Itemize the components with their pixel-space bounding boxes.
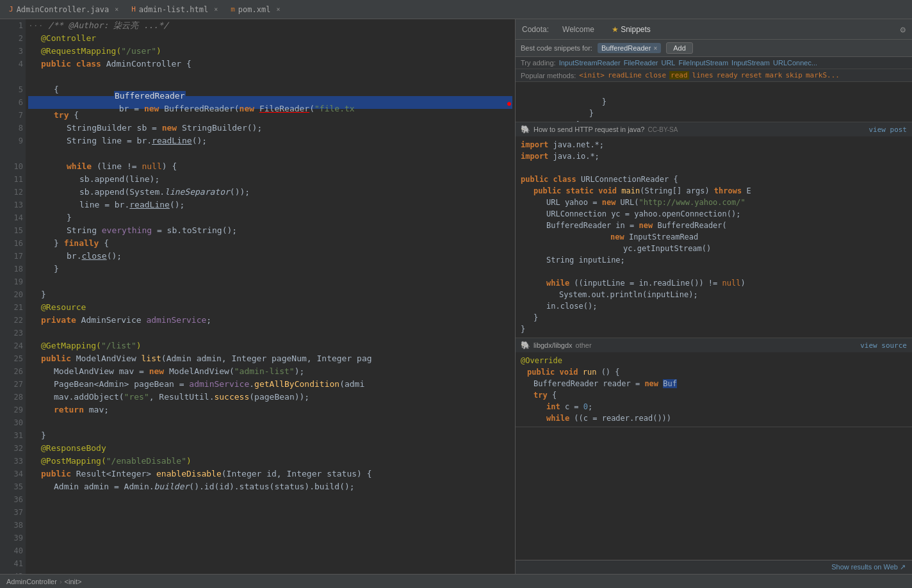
error-indicator: ● [507,97,511,110]
snippet-source-1: 🐘 How to send HTTP request in java? CC-B… [521,125,678,134]
line-num: 17 [3,250,23,263]
snippet-code-line: } [521,312,907,323]
try-adding-url[interactable]: URL [661,59,675,67]
tab-admin-controller[interactable]: J AdminController.java × [3,1,125,19]
show-results-link[interactable]: Show results on Web ↗ [831,563,906,571]
method-chip-init[interactable]: <init> [579,71,605,79]
snippet-code-line: public class URLConnectionReader { [521,174,907,185]
tab-bar: J AdminController.java × H admin-list.ht… [0,0,912,19]
code-line: PageBean<Admin> pageBean = adminService.… [28,378,512,391]
line-num: 36 [3,493,23,506]
settings-icon[interactable]: ⚙ [900,24,906,35]
code-line: ModelAndView mav = new ModelAndView("adm… [28,365,512,378]
search-label: Best code snippets for: [521,44,592,52]
snippet-code-line: System.out.println(inputLine); [521,289,907,300]
tab-close-icon[interactable]: × [276,6,280,13]
snippet-code-line: @Override [521,355,907,366]
method-chip-skip[interactable]: skip [785,71,802,79]
method-chip-reset[interactable]: reset [741,71,762,79]
method-chip-ready[interactable]: ready [717,71,738,79]
breadcrumb: AdminController › <init> [6,578,81,585]
snippet-code-line: BufferedReader reader = new Buf [521,378,907,389]
code-line: @GetMapping("/list") [28,339,512,352]
snippet-title-2: libgdx/libgdx [533,341,573,349]
xml-icon: m [231,5,235,13]
code-line: sb.append(line); [28,173,512,186]
code-lines[interactable]: ··· /** @Author: 柒云亮 ...*/ @Controller @… [26,19,515,574]
code-line: @Controller [28,32,512,45]
snippet-header-2: 🐘 libgdx/libgdx other view source [516,338,912,352]
search-bar: Best code snippets for: BufferedReader ×… [516,40,912,57]
line-num: 19 [3,275,23,288]
codota-welcome-tab[interactable]: Welcome [558,24,598,35]
search-tag-close[interactable]: × [653,45,657,52]
snippet-code-line: import java.io.*; [521,151,907,162]
method-chip-read[interactable]: read [669,71,689,79]
codota-panel: Codota: Welcome ★ Snippets ⚙ Best code s… [516,19,912,574]
snippet-code-line [521,266,907,277]
star-icon: ★ [612,25,619,34]
code-line: br.close(); [28,250,512,263]
try-adding-filereader[interactable]: FileReader [624,59,658,67]
codota-title: Codota: [522,25,549,34]
line-num: 8 [3,122,23,135]
method-chip-close[interactable]: close [645,71,666,79]
line-num: 27 [3,378,23,391]
add-button[interactable]: Add [666,42,693,54]
java-icon: J [9,5,13,13]
tab-close-icon[interactable]: × [115,6,118,13]
tab-label: admin-list.html [139,5,208,14]
code-line: } [28,288,512,301]
try-adding-urlconnec[interactable]: URLConnec... [773,59,817,67]
line-num: 24 [3,339,23,352]
line-num: 20 [3,288,23,301]
snippet-code-line: String inputLine; [521,254,907,266]
tab-admin-list[interactable]: H admin-list.html × [125,1,224,19]
line-num: 6 [3,96,23,109]
method-chip-mark[interactable]: mark [765,71,783,79]
method-chip-readline[interactable]: readLine [608,71,642,79]
snippet-link-1[interactable]: view post [868,126,907,134]
tab-pom-xml[interactable]: m pom.xml × [224,1,286,19]
line-num: 14 [3,211,23,224]
code-line: mav.addObject("res", ResultUtil.success(… [28,391,512,404]
line-num: 33 [3,455,23,468]
snippet-code-line: URL yahoo = new URL("http://www.yahoo.co… [521,197,907,208]
status-bar: AdminController › <init> [0,574,912,588]
method-chip-lines[interactable]: lines [692,71,713,79]
line-num: 16 [3,237,23,250]
codota-snippets-tab[interactable]: ★ Snippets [608,24,655,35]
snippet-code-line: public void run () { [521,366,907,378]
line-num: 15 [3,224,23,237]
line-num: 1 [3,19,23,32]
snippet-card-pre: } } } [516,82,912,122]
snippet-source-sub: other [576,341,592,349]
code-line: while (line != null) { [28,160,512,173]
line-num: 10 [3,160,23,173]
try-adding-inputstream[interactable]: InputStream [731,59,770,67]
code-line: String everything = sb.toString(); [28,224,512,237]
line-num: 23 [3,327,23,339]
snippet-code-line: in.close(); [521,300,907,312]
codota-header: Codota: Welcome ★ Snippets ⚙ [516,19,912,40]
snippet-code-line: while ((c = reader.read())) [521,412,907,424]
snippets-container[interactable]: } } } 🐘 How to send HTTP request in java… [516,82,912,560]
snippet-code-line: try { [521,389,907,401]
main-area: 1 2 3 4 5 6 7 8 9 10 11 12 13 14 15 16 1… [0,19,912,574]
try-adding-fileinputstream[interactable]: FileInputStream [678,59,728,67]
snippet-header-1: 🐘 How to send HTTP request in java? CC-B… [516,122,912,136]
snippet-title-1: How to send HTTP request in java? [533,126,644,133]
line-num [3,70,23,83]
breadcrumb-separator: › [60,578,62,585]
tab-close-icon[interactable]: × [214,6,218,13]
line-num: 42 [3,570,23,574]
code-line [28,416,512,429]
snippet-icon-1: 🐘 [521,125,530,134]
line-num: 5 [3,83,23,96]
method-chip-marks[interactable]: markS... [806,71,840,79]
code-line: } [28,429,512,442]
code-line: } [28,211,512,224]
code-line: Admin admin = Admin.builder().id(id).sta… [28,480,512,493]
snippet-link-2[interactable]: view source [860,341,907,350]
try-adding-inputstreamreader[interactable]: InputStreamReader [559,59,621,67]
